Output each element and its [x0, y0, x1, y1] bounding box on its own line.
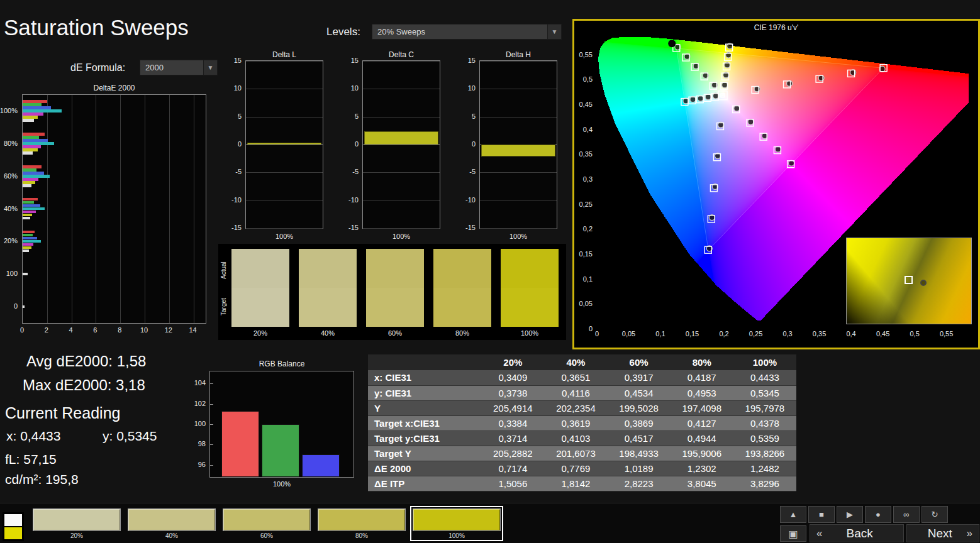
back-button[interactable]: « Back: [810, 524, 904, 542]
blue-balance-bar: [302, 454, 340, 477]
axis-tick: [210, 404, 213, 405]
axis-tick-label: 0,4: [583, 126, 593, 133]
swatch-label: 80%: [433, 329, 491, 337]
pattern-window-button[interactable]: ▣: [780, 525, 806, 542]
chart-title: Delta L: [245, 50, 323, 59]
table-cell: 3,8045: [671, 476, 733, 491]
axis-tick: [210, 383, 213, 384]
patch-button-60%[interactable]: 60%: [220, 506, 313, 541]
axis-tick-label: -10: [231, 196, 242, 204]
table-cell: 0,3714: [481, 431, 544, 446]
gridline: [246, 145, 323, 145]
current-reading-heading: Current Reading: [5, 404, 120, 422]
actual-swatch: [299, 249, 357, 288]
pattern-window-preview: [3, 512, 24, 541]
axis-tick-label: 0,5: [583, 75, 593, 83]
axis-tick-label: 15: [234, 57, 242, 64]
gridline: [480, 89, 557, 89]
luminance-stat: cd/m²: 195,8: [5, 472, 79, 487]
table-cell: 3,8296: [733, 476, 796, 491]
table-cell: 202,2354: [544, 400, 607, 415]
table-cell: 199,5028: [608, 400, 671, 415]
cie-diagram-panel[interactable]: CIE 1976 u'v' 00,050,10,150,20,250,30,35…: [572, 19, 980, 349]
deltae-bar: [23, 214, 32, 216]
chart-title: RGB Balance: [209, 359, 354, 368]
patch-button-100%[interactable]: 100%: [410, 506, 503, 541]
record-button[interactable]: ●: [865, 506, 891, 523]
delta-h-chart[interactable]: Delta H 151050-5-10-15 100%: [459, 50, 560, 240]
table-cell: 0,4116: [544, 385, 607, 400]
axis-tick-label: 2: [37, 326, 56, 334]
delta-c-chart[interactable]: Delta C 151050-5-10-15 100%: [342, 50, 443, 240]
row-label: Y: [368, 400, 481, 415]
x-axis-label: 100%: [479, 233, 557, 240]
delta-l-chart[interactable]: Delta L 151050-5-10-15 100%: [225, 50, 326, 240]
gridline: [96, 95, 96, 323]
footlamberts-label: fL:: [5, 452, 19, 466]
deltae-bar: [23, 133, 45, 135]
continuous-button[interactable]: ∞: [893, 506, 920, 523]
deltae-bar: [23, 217, 30, 219]
axis-tick-label: -10: [348, 196, 359, 204]
delta-bar: [481, 145, 555, 156]
chart-title: Delta H: [479, 50, 557, 59]
de-formula-label: dE Formula:: [70, 62, 125, 74]
axis-tick-label: 60%: [4, 172, 18, 180]
eject-button[interactable]: ▲: [780, 506, 806, 523]
axis-tick-label: 0,3: [583, 175, 593, 183]
deltae-bar: [23, 211, 36, 213]
swatch-20%: [231, 249, 289, 327]
actual-row-label: Actual: [220, 253, 229, 288]
actual-swatch: [501, 249, 559, 288]
table-cell: 1,8142: [544, 476, 607, 491]
table-column-header: 60%: [608, 354, 671, 370]
table-row: Target Y205,2882201,6073198,4933195,9006…: [368, 446, 796, 461]
target-swatch: [366, 288, 424, 327]
patch-button-40%[interactable]: 40%: [125, 506, 218, 541]
de-formula-dropdown[interactable]: 2000 ▼: [140, 60, 218, 75]
chart-title: CIE 1976 u'v': [574, 23, 978, 32]
current-y-label: y:: [103, 429, 113, 443]
axis-tick-label: 100: [6, 270, 18, 277]
gridline: [363, 172, 440, 173]
calibration-app-window: Saturation Sweeps Levels: 20% Sweeps ▼ d…: [0, 0, 980, 543]
table-cell: 197,4098: [671, 400, 733, 415]
axis-tick-label: -15: [231, 224, 242, 231]
table-cell: 0,4433: [733, 370, 796, 385]
repeat-button[interactable]: ↻: [922, 506, 948, 523]
stop-button[interactable]: ■: [808, 506, 835, 523]
swatch-40%: [299, 249, 357, 327]
levels-dropdown[interactable]: 20% Sweeps ▼: [372, 24, 562, 40]
axis-tick-label: 0: [14, 302, 18, 310]
actual-swatch: [231, 249, 289, 288]
deltae-bar: [23, 109, 62, 112]
yellow-patch-icon: [4, 527, 22, 539]
patch-button-80%[interactable]: 80%: [315, 506, 408, 541]
levels-dropdown-value: 20% Sweeps: [372, 27, 547, 36]
play-button[interactable]: ▶: [837, 506, 863, 523]
table-column-header: 80%: [671, 354, 733, 370]
y-axis-labels: 1041021009896: [191, 371, 208, 478]
deltae-bar: [23, 273, 28, 275]
table-cell: 0,4517: [608, 431, 671, 446]
row-label: Target Y: [368, 446, 481, 461]
y-axis-labels: 100%80%60%40%20%1000: [0, 94, 19, 324]
axis-tick-label: 96: [198, 461, 206, 468]
deltae-bar: [23, 237, 37, 239]
gridline: [363, 200, 440, 201]
table-cell: 0,3619: [544, 415, 607, 431]
target-swatch: [433, 288, 491, 327]
back-chevron-icon: «: [816, 527, 822, 540]
rgb-balance-chart[interactable]: RGB Balance 1041021009896 100%: [191, 359, 358, 493]
deltae-bar: [23, 106, 51, 109]
table-cell: 195,7978: [733, 400, 796, 415]
table-cell: 0,4534: [608, 385, 671, 400]
deltae-sweep-chart[interactable]: DeltaE 2000 100%80%60%40%20%1000 0246810…: [0, 84, 209, 336]
target-marker-icon: [905, 276, 913, 284]
axis-tick-label: 8: [110, 326, 129, 334]
patch-button-20%[interactable]: 20%: [30, 506, 123, 541]
deltae-bar: [23, 100, 47, 102]
target-swatch: [231, 288, 289, 327]
gridline: [363, 61, 440, 62]
next-button[interactable]: Next »: [906, 524, 979, 542]
